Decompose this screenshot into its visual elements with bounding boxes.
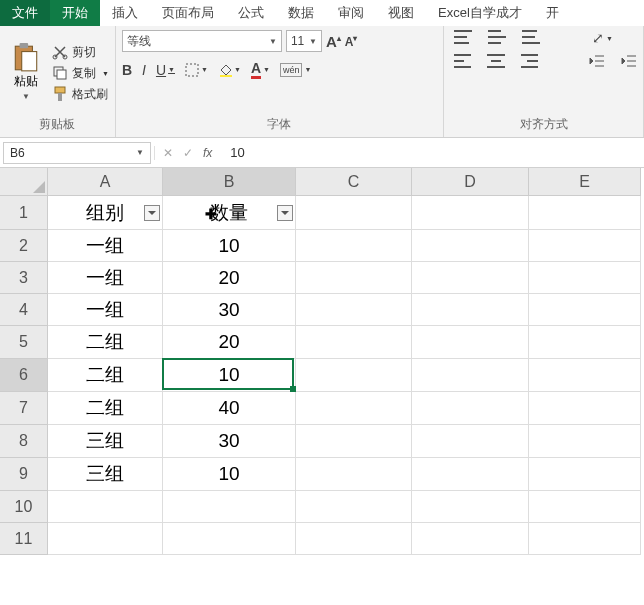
tab-review[interactable]: 审阅 bbox=[326, 0, 376, 26]
cell-A11[interactable] bbox=[48, 523, 163, 555]
bold-button[interactable]: B bbox=[122, 62, 132, 78]
cancel-formula-icon[interactable]: ✕ bbox=[163, 146, 173, 160]
align-bottom-button[interactable] bbox=[522, 30, 540, 44]
cell-C1[interactable] bbox=[296, 196, 412, 230]
row-header-11[interactable]: 11 bbox=[0, 523, 48, 555]
filter-button[interactable] bbox=[144, 205, 160, 221]
cell-A10[interactable] bbox=[48, 491, 163, 523]
tab-home[interactable]: 开始 bbox=[50, 0, 100, 26]
cell-D1[interactable] bbox=[412, 196, 529, 230]
cell-A7[interactable]: 二组 bbox=[48, 392, 163, 425]
cell-D3[interactable] bbox=[412, 262, 529, 294]
fx-icon[interactable]: fx bbox=[203, 146, 212, 160]
cell-grid[interactable]: 组别数量一组10一组20一组30二组20二组10二组40三组30三组10✚ bbox=[48, 196, 641, 555]
row-header-5[interactable]: 5 bbox=[0, 326, 48, 359]
cell-A2[interactable]: 一组 bbox=[48, 230, 163, 262]
cell-E8[interactable] bbox=[529, 425, 641, 458]
cell-A3[interactable]: 一组 bbox=[48, 262, 163, 294]
cell-D6[interactable] bbox=[412, 359, 529, 392]
cell-C5[interactable] bbox=[296, 326, 412, 359]
tab-insert[interactable]: 插入 bbox=[100, 0, 150, 26]
cell-E11[interactable] bbox=[529, 523, 641, 555]
row-header-6[interactable]: 6 bbox=[0, 359, 48, 392]
cell-A6[interactable]: 二组 bbox=[48, 359, 163, 392]
align-middle-button[interactable] bbox=[488, 30, 506, 44]
column-header-B[interactable]: B bbox=[163, 168, 296, 196]
cell-C6[interactable] bbox=[296, 359, 412, 392]
row-header-7[interactable]: 7 bbox=[0, 392, 48, 425]
row-header-3[interactable]: 3 bbox=[0, 262, 48, 294]
cell-E5[interactable] bbox=[529, 326, 641, 359]
accept-formula-icon[interactable]: ✓ bbox=[183, 146, 193, 160]
cell-B9[interactable]: 10 bbox=[163, 458, 296, 491]
border-button[interactable]: ▼ bbox=[185, 63, 208, 77]
cell-C7[interactable] bbox=[296, 392, 412, 425]
decrease-indent-button[interactable] bbox=[589, 54, 605, 68]
cell-C8[interactable] bbox=[296, 425, 412, 458]
cell-C4[interactable] bbox=[296, 294, 412, 326]
filter-button[interactable] bbox=[277, 205, 293, 221]
cell-B7[interactable]: 40 bbox=[163, 392, 296, 425]
cell-E9[interactable] bbox=[529, 458, 641, 491]
cell-B3[interactable]: 20 bbox=[163, 262, 296, 294]
row-header-8[interactable]: 8 bbox=[0, 425, 48, 458]
increase-indent-button[interactable] bbox=[621, 54, 637, 68]
phonetic-button[interactable]: wén▼ bbox=[280, 63, 311, 77]
cell-B1[interactable]: 数量 bbox=[163, 196, 296, 230]
column-header-A[interactable]: A bbox=[48, 168, 163, 196]
tab-view[interactable]: 视图 bbox=[376, 0, 426, 26]
cell-E3[interactable] bbox=[529, 262, 641, 294]
cell-D8[interactable] bbox=[412, 425, 529, 458]
underline-button[interactable]: U▼ bbox=[156, 62, 175, 78]
cell-C3[interactable] bbox=[296, 262, 412, 294]
italic-button[interactable]: I bbox=[142, 62, 146, 78]
name-box[interactable]: B6▼ bbox=[3, 142, 151, 164]
cell-E7[interactable] bbox=[529, 392, 641, 425]
cell-D5[interactable] bbox=[412, 326, 529, 359]
cell-E1[interactable] bbox=[529, 196, 641, 230]
increase-font-icon[interactable]: A▴ bbox=[326, 33, 341, 50]
cell-D10[interactable] bbox=[412, 491, 529, 523]
copy-button[interactable]: 复制▼ bbox=[52, 65, 109, 82]
orientation-button[interactable]: ⤢▼ bbox=[592, 30, 613, 46]
cell-C10[interactable] bbox=[296, 491, 412, 523]
cell-B8[interactable]: 30 bbox=[163, 425, 296, 458]
tab-file[interactable]: 文件 bbox=[0, 0, 50, 26]
font-size-select[interactable]: 11▼ bbox=[286, 30, 322, 52]
row-header-1[interactable]: 1 bbox=[0, 196, 48, 230]
cell-D7[interactable] bbox=[412, 392, 529, 425]
cell-E4[interactable] bbox=[529, 294, 641, 326]
format-painter-button[interactable]: 格式刷 bbox=[52, 86, 109, 103]
row-header-9[interactable]: 9 bbox=[0, 458, 48, 491]
tab-custom[interactable]: Excel自学成才 bbox=[426, 0, 534, 26]
tab-more[interactable]: 开 bbox=[534, 0, 571, 26]
column-header-E[interactable]: E bbox=[529, 168, 641, 196]
tab-formula[interactable]: 公式 bbox=[226, 0, 276, 26]
cell-B6[interactable]: 10 bbox=[163, 359, 296, 392]
tab-data[interactable]: 数据 bbox=[276, 0, 326, 26]
cell-B4[interactable]: 30 bbox=[163, 294, 296, 326]
cell-D11[interactable] bbox=[412, 523, 529, 555]
cell-B2[interactable]: 10 bbox=[163, 230, 296, 262]
cell-A8[interactable]: 三组 bbox=[48, 425, 163, 458]
cell-C2[interactable] bbox=[296, 230, 412, 262]
paste-button[interactable]: 粘贴 ▼ bbox=[6, 30, 46, 114]
cell-A1[interactable]: 组别 bbox=[48, 196, 163, 230]
tab-layout[interactable]: 页面布局 bbox=[150, 0, 226, 26]
cell-C9[interactable] bbox=[296, 458, 412, 491]
column-header-C[interactable]: C bbox=[296, 168, 412, 196]
fill-color-button[interactable]: ▼ bbox=[218, 63, 241, 77]
font-color-button[interactable]: A▼ bbox=[251, 60, 270, 79]
font-name-select[interactable]: 等线▼ bbox=[122, 30, 282, 52]
row-header-4[interactable]: 4 bbox=[0, 294, 48, 326]
align-center-button[interactable] bbox=[487, 54, 504, 68]
cell-E6[interactable] bbox=[529, 359, 641, 392]
cell-D4[interactable] bbox=[412, 294, 529, 326]
decrease-font-icon[interactable]: A▾ bbox=[345, 34, 358, 49]
cell-E2[interactable] bbox=[529, 230, 641, 262]
cell-A5[interactable]: 二组 bbox=[48, 326, 163, 359]
align-left-button[interactable] bbox=[454, 54, 471, 68]
cell-E10[interactable] bbox=[529, 491, 641, 523]
cell-B10[interactable] bbox=[163, 491, 296, 523]
row-header-10[interactable]: 10 bbox=[0, 491, 48, 523]
